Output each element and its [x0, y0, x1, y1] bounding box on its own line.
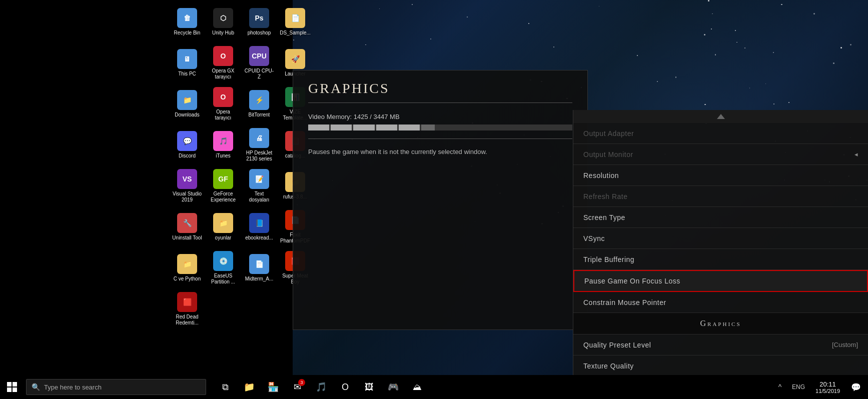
desktop-icon-c-python[interactable]: 📁C ve Python	[170, 248, 204, 288]
this-pc-icon: 🖥	[177, 49, 197, 69]
settings-item-pause-game[interactable]: Pause Game On Focus Loss	[573, 270, 868, 292]
ds-sample-label: DS_Sample...	[280, 30, 311, 36]
desktop-icon-ebookread[interactable]: 📘ebookread...	[242, 208, 276, 246]
desktop-icon-uninstall-tool[interactable]: 🔧Uninstall Tool	[170, 208, 204, 246]
seg3	[353, 124, 374, 130]
taskbar-icon-photos[interactable]: 🖼	[358, 376, 380, 398]
settings-item-screen-type[interactable]: Screen Type	[573, 207, 868, 228]
cpuid-label: CPUID CPU-Z	[244, 68, 274, 80]
taskbar-icon-game2[interactable]: 🎮	[382, 376, 404, 398]
desktop-icon-unity-hub[interactable]: ⬡Unity Hub	[206, 2, 240, 42]
mail-badge: 3	[298, 379, 305, 386]
output-monitor-value: ◂	[854, 150, 858, 158]
system-tray: ^ ENG	[772, 376, 807, 398]
itunes-icon: 🎵	[213, 131, 233, 151]
photoshop-label: photoshop	[248, 30, 271, 36]
oyunlar-icon: 📁	[213, 213, 233, 233]
discord-label: Discord	[179, 153, 196, 159]
win-sq4	[13, 388, 17, 392]
taskbar-icon-microsoft-store[interactable]: 🏪	[262, 376, 284, 398]
ds-sample-icon: 📄	[285, 8, 305, 28]
vsync-label: VSync	[583, 234, 605, 242]
bittorrent-icon: ⚡	[249, 90, 269, 110]
panel-title: Graphics	[308, 80, 572, 103]
clock-time: 20:11	[819, 380, 836, 388]
taskbar-icon-game3[interactable]: ⛰	[406, 376, 428, 398]
desktop-icon-ds-sample[interactable]: 📄DS_Sample...	[278, 2, 312, 42]
c-python-label: C ve Python	[174, 276, 201, 282]
win-sq3	[7, 388, 12, 392]
desktop-icon-red-dead[interactable]: 🟥Red Dead Redemti...	[170, 290, 204, 328]
desktop-icon-bittorrent[interactable]: ⚡BitTorrent	[242, 84, 276, 124]
taskbar: 🔍 Type here to search ⧉📁🏪✉3🎵O🖼🎮⛰ ^ ENG 2…	[0, 375, 868, 399]
desktop-icon-text-dosya[interactable]: 📝Text dosyaları	[242, 166, 276, 206]
graphics-section-header: Graphics	[573, 313, 868, 334]
settings-item-quality-preset[interactable]: Quality Preset Level[Custom]	[573, 334, 868, 356]
this-pc-label: This PC	[178, 71, 196, 77]
opera-gx-label: Opera GX tarayıcı	[208, 68, 238, 80]
photoshop-icon: Ps	[249, 8, 269, 28]
desktop-icon-visual-studio[interactable]: VSVisual Studio 2019	[170, 166, 204, 206]
tray-expand[interactable]: ^	[772, 376, 787, 398]
easeus-icon: 💿	[213, 251, 233, 271]
settings-item-texture-quality[interactable]: Texture Quality	[573, 356, 868, 375]
uninstall-tool-icon: 🔧	[177, 213, 197, 233]
constrain-mouse-label: Constrain Mouse Pointer	[583, 298, 666, 306]
triple-buffering-label: Triple Buffering	[583, 256, 634, 264]
desktop-icon-midterm[interactable]: 📄Midterm_A...	[242, 248, 276, 288]
desktop-icon-discord[interactable]: 💬Discord	[170, 126, 204, 164]
desktop-icon-downloads[interactable]: 📁Downloads	[170, 84, 204, 124]
taskbar-middle: ⧉📁🏪✉3🎵O🖼🎮⛰	[214, 376, 428, 398]
settings-item-resolution[interactable]: Resolution	[573, 165, 868, 186]
win-sq2	[13, 382, 17, 386]
uninstall-tool-label: Uninstall Tool	[172, 235, 202, 241]
search-bar[interactable]: 🔍 Type here to search	[26, 379, 206, 395]
quality-preset-label: Quality Preset Level	[583, 341, 651, 349]
desktop-icon-geforce[interactable]: GFGeForce Experience	[206, 166, 240, 206]
desktop-icon-recycle-bin[interactable]: 🗑Recycle Bin	[170, 2, 204, 42]
desktop-icon-easeus[interactable]: 💿EaseUS Partition ...	[206, 248, 240, 288]
settings-panel: Output AdapterOutput Monitor◂ResolutionR…	[573, 110, 868, 375]
settings-item-output-adapter: Output Adapter	[573, 123, 868, 144]
seg1	[308, 124, 329, 130]
hp-deskjet-icon: 🖨	[249, 128, 269, 148]
taskbar-icon-opera[interactable]: O	[334, 376, 356, 398]
desktop-icon-itunes[interactable]: 🎵iTunes	[206, 126, 240, 164]
hp-deskjet-label: HP DeskJet 2130 series	[244, 150, 274, 162]
cpuid-icon: CPU	[249, 46, 269, 66]
settings-item-constrain-mouse[interactable]: Constrain Mouse Pointer	[573, 292, 868, 313]
taskbar-icon-file-explorer[interactable]: 📁	[238, 376, 260, 398]
desktop-icons-grid: 🗑Recycle Bin⬡Unity HubPsphotoshop📄DS_Sam…	[168, 0, 298, 375]
taskbar-icon-mail[interactable]: ✉3	[286, 376, 308, 398]
desktop-icon-opera-gx2[interactable]: OOpera tarayıcı	[206, 84, 240, 124]
video-memory-label: Video Memory: 1425 / 3447 MB	[308, 113, 572, 120]
desktop-icon-cpuid[interactable]: CPUCPUID CPU-Z	[242, 44, 276, 82]
settings-item-vsync[interactable]: VSync	[573, 228, 868, 249]
scroll-indicator	[573, 110, 868, 123]
pause-game-label: Pause Game On Focus Loss	[584, 277, 680, 285]
resolution-label: Resolution	[583, 172, 619, 180]
pause-description: Pauses the game when it is not the curre…	[308, 147, 572, 158]
start-button[interactable]	[0, 375, 24, 399]
desktop-icon-hp-deskjet[interactable]: 🖨HP DeskJet 2130 series	[242, 126, 276, 164]
tray-lang[interactable]: ENG	[789, 376, 807, 398]
clock-date: 11/5/2019	[815, 388, 840, 394]
desktop-icon-oyunlar[interactable]: 📁oyunlar	[206, 208, 240, 246]
notification-button[interactable]: 💬	[848, 376, 864, 398]
taskbar-icon-spotify[interactable]: 🎵	[310, 376, 332, 398]
midterm-label: Midterm_A...	[245, 276, 274, 282]
win-sq1	[7, 382, 12, 386]
clock-area[interactable]: 20:11 11/5/2019	[811, 376, 844, 398]
graphics-section-title: Graphics	[700, 319, 741, 328]
desktop-icon-this-pc[interactable]: 🖥This PC	[170, 44, 204, 82]
geforce-label: GeForce Experience	[208, 191, 238, 203]
desktop-icon-opera-gx[interactable]: OOpera GX tarayıcı	[206, 44, 240, 82]
separator	[308, 138, 572, 139]
text-dosya-icon: 📝	[249, 169, 269, 189]
windows-logo-icon	[7, 382, 17, 392]
bittorrent-label: BitTorrent	[249, 112, 270, 118]
screen-type-label: Screen Type	[583, 214, 625, 222]
taskbar-icon-task-view[interactable]: ⧉	[214, 376, 236, 398]
desktop-icon-photoshop[interactable]: Psphotoshop	[242, 2, 276, 42]
settings-item-triple-buffering[interactable]: Triple Buffering	[573, 249, 868, 270]
